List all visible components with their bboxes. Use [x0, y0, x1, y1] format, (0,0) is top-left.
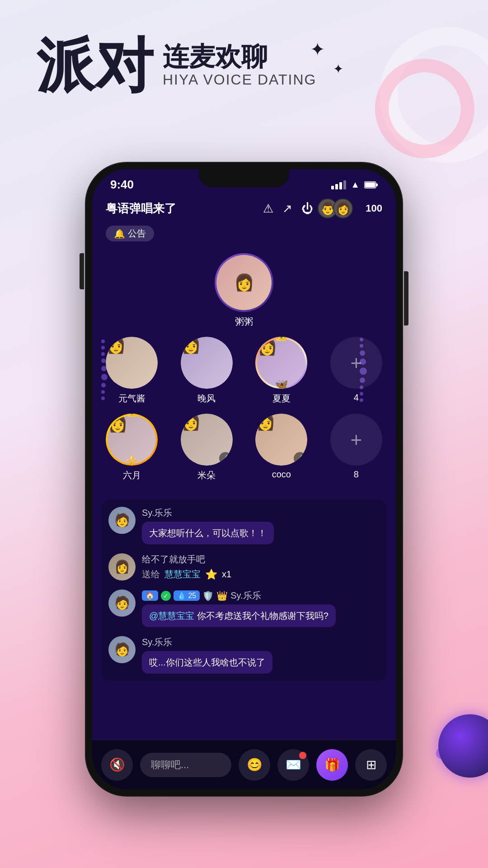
phone-mockup: 9:40 ▲ — [86, 163, 402, 796]
mic-slot-wanfeng[interactable]: 👩 晚风 — [176, 337, 238, 405]
phone-screen: 9:40 ▲ — [92, 169, 396, 789]
bottom-bar: 🔇 聊聊吧... 😊 ✉️ 🎁 — [92, 740, 396, 789]
add-button-row2[interactable]: + — [330, 414, 382, 466]
mic-avatar-wrap-6: 👩 🎤 — [255, 414, 307, 466]
chat-username-3-label: Sy.乐乐 — [230, 590, 261, 602]
planet-sphere — [438, 714, 488, 778]
mic-name-6: coco — [272, 469, 291, 480]
mic-avatar-2: 👩 — [181, 337, 233, 389]
mic-row-2: 👑 👩 ⚜️ 六月 👩 — [101, 414, 387, 481]
add-button-row1[interactable]: + — [330, 337, 382, 389]
chat-message-2: 👩 给不了就放手吧 送给 慧慧宝宝 ⭐ x1 — [108, 553, 380, 580]
home-badge: 🏠 — [142, 590, 158, 601]
chat-avatar-3: 🧑 — [108, 590, 136, 617]
mic-name-2: 晚风 — [197, 392, 216, 405]
chat-bubble-1: 大家想听什么，可以点歌！！ — [142, 522, 274, 544]
mute-button[interactable]: 🔇 — [101, 749, 133, 781]
add-slot-number-row2: 8 — [354, 469, 359, 480]
host-slot[interactable]: 👩 粥粥 — [101, 249, 387, 328]
gift-recipient: 慧慧宝宝 — [164, 568, 201, 580]
wings-icon: 🦋 — [275, 378, 288, 389]
mic-badge-5: 🎤 — [219, 452, 232, 465]
mic-avatar-1: 👩 — [106, 337, 158, 389]
host-avatar-wrap: 👩 — [215, 253, 273, 312]
grid-button[interactable]: ⊞ — [355, 749, 387, 781]
plus-icon-row2: + — [350, 429, 362, 451]
host-avatar: 👩 — [216, 255, 272, 310]
crown-badge: 👑 — [216, 590, 228, 601]
mic-slot-coco[interactable]: 👩 🎤 coco — [251, 414, 312, 481]
mic-avatar-wrap-5: 👩 🎤 — [181, 414, 233, 466]
mic-slot-xiaxia[interactable]: 👑 👩 🦋 💎 夏夏 — [251, 337, 312, 405]
chat-content-3: 🏠 ✓ 💧 25 🛡️ 👑 Sy.乐乐 @慧慧宝宝 你不考虑送我个礼物感谢下我吗… — [142, 590, 380, 627]
heading-big: 派对 — [36, 36, 154, 95]
chat-content-1: Sy.乐乐 大家想听什么，可以点歌！！ — [142, 507, 380, 544]
chat-message-4: 🧑 Sy.乐乐 哎...你们这些人我啥也不说了 — [108, 636, 380, 674]
status-icons: ▲ — [331, 179, 378, 190]
diamond-icon: 💎 — [256, 338, 266, 348]
stage-area: 👩 粥粥 👩 元气酱 — [92, 244, 396, 495]
chat-username-2: 给不了就放手吧 — [142, 553, 380, 566]
host-name: 粥粥 — [235, 316, 253, 328]
planet-decoration — [434, 705, 488, 787]
gift-star-icon: ⭐ — [205, 569, 217, 580]
level-badge: 💧 25 — [174, 590, 200, 601]
mic-avatar-wrap-3: 👑 👩 🦋 💎 — [255, 337, 307, 389]
alert-icon[interactable]: ⚠ — [263, 202, 273, 216]
grid-icon: ⊞ — [366, 757, 376, 772]
audience-count: 100 — [366, 203, 382, 214]
chat-username-4: Sy.乐乐 — [142, 636, 380, 648]
gift-count: x1 — [222, 569, 231, 580]
audience-avatars: 👨 👩 — [322, 198, 353, 218]
mic-name-5: 米朵 — [197, 469, 216, 481]
sparkle-icon-1: ✦ — [310, 39, 325, 60]
gift-to-label: 送给 — [142, 568, 160, 580]
chat-avatar-1: 🧑 — [108, 507, 136, 534]
crown-icon: 👑 — [273, 337, 289, 342]
chat-badges-3: 🏠 ✓ 💧 25 🛡️ 👑 Sy.乐乐 — [142, 590, 380, 602]
gift-button[interactable]: 🎁 — [316, 749, 348, 781]
gift-icon: 🎁 — [324, 757, 340, 772]
chat-bubble-3: @慧慧宝宝 你不考虑送我个礼物感谢下我吗? — [142, 604, 336, 627]
status-time: 9:40 — [110, 178, 134, 192]
chat-message-1: 🧑 Sy.乐乐 大家想听什么，可以点歌！！ — [108, 507, 380, 544]
chat-message-3: 🧑 🏠 ✓ 💧 25 🛡️ 👑 Sy.乐乐 @慧慧宝宝 你不考虑送我个礼 — [108, 590, 380, 627]
chat-bubble-4: 哎...你们这些人我啥也不说了 — [142, 651, 272, 674]
envelope-notification-dot — [299, 752, 306, 759]
chat-input[interactable]: 聊聊吧... — [140, 753, 231, 777]
mic-avatar-wrap-2: 👩 — [181, 337, 233, 389]
bottom-icons: 😊 ✉️ 🎁 ⊞ — [239, 749, 387, 781]
power-icon[interactable]: ⏻ — [301, 202, 313, 216]
plus-icon-row1: + — [350, 352, 362, 374]
phone-notch — [199, 169, 289, 187]
envelope-button[interactable]: ✉️ — [277, 749, 309, 781]
share-icon[interactable]: ↗ — [282, 202, 292, 216]
chat-input-placeholder: 聊聊吧... — [151, 758, 189, 772]
header-section: 派对 连麦欢聊 HIYA VOICE DATING ✦ ✦ — [36, 36, 316, 95]
mic-badge-6: 🎤 — [294, 452, 306, 465]
shield-badge: 🛡️ — [202, 590, 214, 601]
svg-rect-1 — [376, 184, 378, 186]
room-title: 粤语弹唱来了 — [106, 201, 176, 217]
emoji-icon: 😊 — [247, 757, 263, 772]
audience-avatar-2: 👩 — [333, 198, 353, 218]
mic-name-3: 夏夏 — [272, 392, 291, 405]
notice-badge[interactable]: 🔔 公告 — [106, 226, 154, 241]
chat-avatar-4: 🧑 — [108, 636, 136, 663]
mute-icon: 🔇 — [109, 757, 125, 772]
bell-icon: 🔔 — [114, 228, 125, 239]
mic-row-1: 👩 元气酱 👩 晚风 — [101, 337, 387, 405]
emoji-button[interactable]: 😊 — [239, 749, 270, 781]
header-icons-group: ⚠ ↗ ⏻ 👨 👩 100 — [263, 198, 382, 218]
notice-bar: 🔔 公告 — [92, 223, 396, 244]
mic-avatar-wrap-1: 👩 — [106, 337, 158, 389]
battery-icon — [364, 181, 378, 189]
chat-avatar-2: 👩 — [108, 553, 136, 580]
heading-subtitle-cn: 连麦欢聊 — [163, 43, 316, 70]
chat-content-2: 给不了就放手吧 送给 慧慧宝宝 ⭐ x1 — [142, 553, 380, 580]
mic-slot-miduo[interactable]: 👩 🎤 米朵 — [176, 414, 238, 481]
emperor-crown-icon: 👑 — [125, 414, 139, 418]
chat-username-1: Sy.乐乐 — [142, 507, 380, 519]
check-badge: ✓ — [161, 591, 171, 601]
heading-subtitle-en: HIYA VOICE DATING — [163, 71, 316, 88]
